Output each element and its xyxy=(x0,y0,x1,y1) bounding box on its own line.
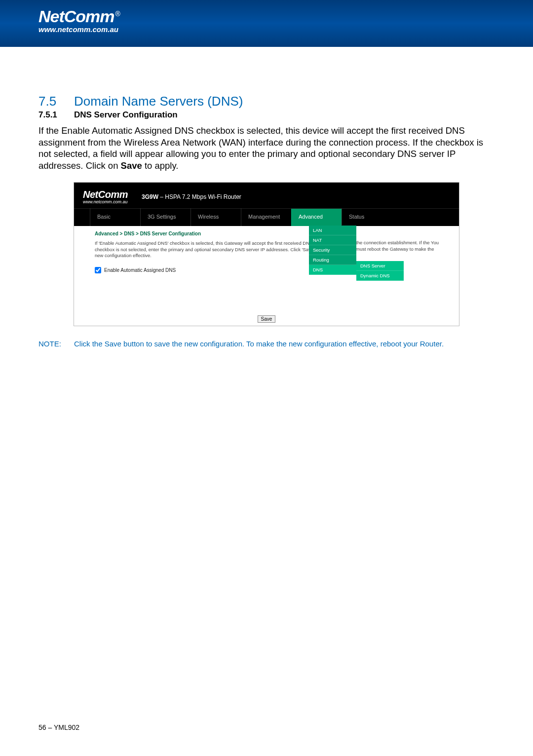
config-description-left: If 'Enable Automatic Assigned DNS' check… xyxy=(95,240,342,259)
menu-status[interactable]: Status xyxy=(342,209,392,226)
menu-wireless[interactable]: Wireless xyxy=(190,209,241,226)
flyout-dynamic-dns[interactable]: Dynamic DNS xyxy=(356,271,404,281)
menu-advanced[interactable]: Advanced xyxy=(291,209,342,226)
submenu-nat[interactable]: NAT xyxy=(309,235,356,245)
page-footer: 56 – YML902 xyxy=(38,723,79,731)
router-logo-url: www.netcomm.com.au xyxy=(83,199,128,204)
dns-flyout: DNS Server Dynamic DNS xyxy=(356,261,404,281)
page-content: 7.5Domain Name Servers (DNS) 7.5.1DNS Se… xyxy=(0,47,533,348)
router-menubar: Basic 3G Settings Wireless Management Ad… xyxy=(74,208,459,226)
submenu-dns[interactable]: DNS xyxy=(309,265,356,275)
section-heading: 7.5Domain Name Servers (DNS) xyxy=(38,94,495,109)
save-button[interactable]: Save xyxy=(258,315,276,323)
submenu-routing[interactable]: Routing xyxy=(309,255,356,265)
body-lead: If the Enable Automatic Assigned DNS che… xyxy=(38,125,483,171)
router-product-desc: – HSPA 7.2 Mbps Wi-Fi Router xyxy=(158,193,241,200)
body-bold: Save xyxy=(121,160,142,171)
subsection-number: 7.5.1 xyxy=(38,110,74,120)
router-product-model: 3G9W xyxy=(142,193,158,200)
registered-mark: ® xyxy=(115,10,120,18)
router-logo: NetComm xyxy=(83,189,128,200)
section-body: If the Enable Automatic Assigned DNS che… xyxy=(38,125,495,172)
save-row: Save xyxy=(74,314,459,326)
enable-auto-dns-label: Enable Automatic Assigned DNS xyxy=(104,267,176,273)
body-tail: to apply. xyxy=(142,160,179,171)
note-label: NOTE: xyxy=(38,340,74,348)
note-row: NOTE: Click the Save button to save the … xyxy=(38,340,495,348)
router-content: LAN NAT Security Routing DNS DNS Server … xyxy=(74,226,459,285)
brand-url: www.netcomm.com.au xyxy=(38,25,533,34)
breadcrumb: Advanced > DNS > DNS Server Configuratio… xyxy=(95,231,447,236)
subsection-title-text: DNS Server Configuration xyxy=(74,110,178,119)
menu-basic[interactable]: Basic xyxy=(90,209,140,226)
enable-auto-dns-checkbox[interactable] xyxy=(95,267,101,273)
router-product-title: 3G9W – HSPA 7.2 Mbps Wi-Fi Router xyxy=(142,193,241,200)
section-title-text: Domain Name Servers (DNS) xyxy=(74,94,243,109)
submenu-security[interactable]: Security xyxy=(309,245,356,255)
advanced-submenu: LAN NAT Security Routing DNS xyxy=(309,226,356,275)
note-text: Click the Save button to save the new co… xyxy=(74,340,444,348)
router-ui-screenshot: NetComm www.netcomm.com.au 3G9W – HSPA 7… xyxy=(74,183,459,326)
menu-management[interactable]: Management xyxy=(241,209,291,226)
flyout-dns-server[interactable]: DNS Server xyxy=(356,261,404,271)
config-description-right: the connection establishment. If the You… xyxy=(356,240,447,253)
submenu-lan[interactable]: LAN xyxy=(309,226,356,235)
menu-3g-settings[interactable]: 3G Settings xyxy=(140,209,190,226)
subsection-heading: 7.5.1DNS Server Configuration xyxy=(38,110,495,120)
page-header-banner: NetComm® www.netcomm.com.au xyxy=(0,0,533,47)
router-header: NetComm www.netcomm.com.au 3G9W – HSPA 7… xyxy=(74,183,459,208)
section-number: 7.5 xyxy=(38,94,74,109)
brand-logo: NetComm® xyxy=(38,7,120,26)
